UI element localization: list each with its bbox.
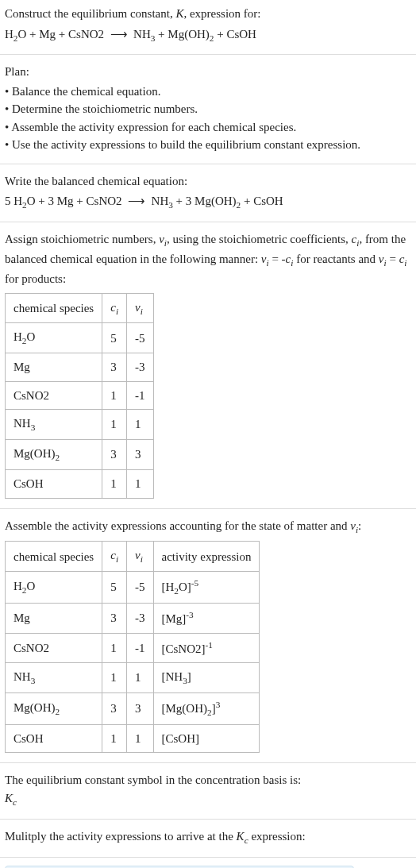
cell-activity: [CsOH] [153, 724, 260, 753]
kc-symbol: Kc [5, 789, 411, 809]
cell-vi: 1 [127, 470, 154, 499]
stoich-table: chemical species ci νi H2O5-5 Mg3-3 CsNO… [5, 293, 154, 499]
table-row: H2O5-5 [6, 323, 154, 353]
cell-ci: 3 [102, 693, 127, 725]
cell-species: H2O [6, 323, 102, 353]
multiply-lead: Mulitply the activity expressions to arr… [5, 827, 411, 847]
cell-vi: -3 [127, 604, 154, 634]
cell-ci: 5 [102, 323, 127, 353]
balanced-equation: 5 H2O + 3 Mg + CsNO2 ⟶ NH3 + 3 Mg(OH)2 +… [5, 192, 411, 212]
table-row: Mg(OH)233 [6, 440, 154, 470]
cell-ci: 1 [102, 663, 127, 693]
cell-vi: -1 [127, 633, 154, 663]
cell-species: CsNO2 [6, 381, 102, 410]
col-ci: ci [102, 542, 127, 572]
assign-lead: Assign stoichiometric numbers, νi, using… [5, 230, 411, 287]
table-row: Mg3-3[Mg]-3 [6, 604, 260, 634]
cell-species: Mg [6, 353, 102, 382]
activity-table: chemical species ci νi activity expressi… [5, 541, 260, 753]
col-vi: νi [127, 293, 154, 323]
cell-ci: 1 [102, 410, 127, 440]
unbalanced-equation: H2O + Mg + CsNO2 ⟶ NH3 + Mg(OH)2 + CsOH [5, 25, 411, 45]
cell-vi: 1 [127, 663, 154, 693]
cell-vi: -1 [127, 381, 154, 410]
kc-symbol-section: The equilibrium constant symbol in the c… [0, 763, 416, 819]
cell-species: CsNO2 [6, 633, 102, 663]
multiply-section: Mulitply the activity expressions to arr… [0, 820, 416, 858]
cell-ci: 5 [102, 572, 127, 604]
cell-species: Mg(OH)2 [6, 693, 102, 725]
plan-title: Plan: [5, 63, 411, 81]
cell-ci: 3 [102, 353, 127, 382]
table-header-row: chemical species ci νi activity expressi… [6, 542, 260, 572]
table-header-row: chemical species ci νi [6, 293, 154, 323]
cell-activity: [Mg(OH)2]3 [153, 693, 260, 725]
assemble-lead: Assemble the activity expressions accoun… [5, 517, 411, 537]
cell-species: NH3 [6, 410, 102, 440]
cell-vi: 1 [127, 410, 154, 440]
col-species: chemical species [6, 542, 102, 572]
table-row: CsNO21-1[CsNO2]-1 [6, 633, 260, 663]
cell-vi: -3 [127, 353, 154, 382]
balanced-section: Write the balanced chemical equation: 5 … [0, 164, 416, 222]
plan-item: Assemble the activity expression for eac… [5, 118, 411, 137]
col-activity: activity expression [153, 542, 260, 572]
table-row: Mg3-3 [6, 353, 154, 382]
cell-activity: [H2O]-5 [153, 572, 260, 604]
cell-species: CsOH [6, 470, 102, 499]
cell-ci: 1 [102, 633, 127, 663]
col-species: chemical species [6, 293, 102, 323]
answer-section: Answer: Kc = [H2O]-5 [Mg]-3 [CsNO2]-1 [N… [0, 858, 416, 868]
intro-section: Construct the equilibrium constant, K, e… [0, 0, 416, 55]
table-row: NH311[NH3] [6, 663, 260, 693]
cell-ci: 1 [102, 381, 127, 410]
cell-ci: 1 [102, 470, 127, 499]
cell-species: NH3 [6, 663, 102, 693]
cell-ci: 3 [102, 440, 127, 470]
answer-box: Answer: Kc = [H2O]-5 [Mg]-3 [CsNO2]-1 [N… [5, 866, 354, 868]
table-row: H2O5-5[H2O]-5 [6, 572, 260, 604]
assemble-section: Assemble the activity expressions accoun… [0, 509, 416, 764]
plan-item: Balance the chemical equation. [5, 83, 411, 101]
cell-activity: [NH3] [153, 663, 260, 693]
cell-activity: [CsNO2]-1 [153, 633, 260, 663]
cell-activity: [Mg]-3 [153, 604, 260, 634]
cell-vi: -5 [127, 572, 154, 604]
plan-list: Balance the chemical equation. Determine… [5, 83, 411, 154]
col-ci: ci [102, 293, 127, 323]
table-row: NH311 [6, 410, 154, 440]
intro-line1: Construct the equilibrium constant, K, e… [5, 5, 411, 23]
cell-species: H2O [6, 572, 102, 604]
plan-section: Plan: Balance the chemical equation. Det… [0, 55, 416, 164]
balanced-lead: Write the balanced chemical equation: [5, 172, 411, 191]
table-row: CsOH11[CsOH] [6, 724, 260, 753]
table-row: CsOH11 [6, 470, 154, 499]
cell-vi: -5 [127, 323, 154, 353]
plan-item: Determine the stoichiometric numbers. [5, 100, 411, 118]
cell-vi: 3 [127, 693, 154, 725]
table-row: CsNO21-1 [6, 381, 154, 410]
assign-section: Assign stoichiometric numbers, νi, using… [0, 222, 416, 508]
cell-species: CsOH [6, 724, 102, 753]
col-vi: νi [127, 542, 154, 572]
plan-item: Use the activity expressions to build th… [5, 136, 411, 154]
cell-ci: 1 [102, 724, 127, 753]
cell-ci: 3 [102, 604, 127, 634]
cell-vi: 3 [127, 440, 154, 470]
cell-species: Mg(OH)2 [6, 440, 102, 470]
cell-species: Mg [6, 604, 102, 634]
cell-vi: 1 [127, 724, 154, 753]
kc-lead: The equilibrium constant symbol in the c… [5, 771, 411, 789]
table-row: Mg(OH)233[Mg(OH)2]3 [6, 693, 260, 725]
